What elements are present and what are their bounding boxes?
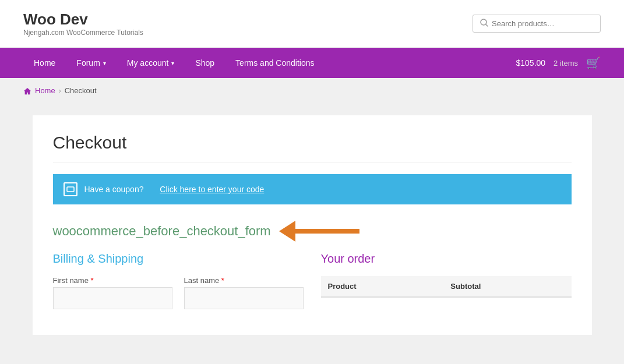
nav-label-shop: Shop xyxy=(195,58,214,68)
last-name-input[interactable] xyxy=(184,287,304,309)
content-box: Checkout Have a coupon? Click here to en… xyxy=(33,115,592,335)
nav-left: Home Forum ▾ My account ▾ Shop Terms and… xyxy=(23,48,325,78)
billing-title-amp: & xyxy=(87,252,98,265)
site-branding: Woo Dev Njengah.com WooCommerce Tutorial… xyxy=(23,10,143,37)
required-marker: * xyxy=(89,276,94,285)
breadcrumb-current: Checkout xyxy=(65,86,97,95)
coupon-text: Have a coupon? xyxy=(84,185,144,194)
name-field-row: First name * Last name * xyxy=(53,276,304,309)
nav-item-shop[interactable]: Shop xyxy=(185,48,225,78)
checkout-title: Checkout xyxy=(53,133,572,162)
first-name-label: First name * xyxy=(53,276,172,285)
billing-title-main: Billing xyxy=(53,252,87,265)
hook-label-row: woocommerce_before_checkout_form xyxy=(53,221,572,242)
billing-title-shipping: Shipping xyxy=(98,252,143,265)
order-table: Product Subtotal xyxy=(321,276,572,298)
cart-items-count: 2 items xyxy=(554,59,578,68)
nav-right: $105.00 2 items 🛒 xyxy=(516,56,601,70)
subtotal-col-header: Subtotal xyxy=(443,276,571,297)
order-column: Your order Product Subtotal xyxy=(321,252,572,317)
nav-item-forum[interactable]: Forum ▾ xyxy=(66,48,116,78)
svg-line-1 xyxy=(486,24,488,26)
order-table-header-row: Product Subtotal xyxy=(321,276,572,297)
nav-label-terms: Terms and Conditions xyxy=(235,58,314,68)
product-col-header: Product xyxy=(321,276,444,297)
first-name-group: First name * xyxy=(53,276,172,309)
coupon-link[interactable]: Click here to enter your code xyxy=(160,185,264,194)
chevron-down-icon: ▾ xyxy=(171,60,174,66)
site-tagline: Njengah.com WooCommerce Tutorials xyxy=(23,29,143,37)
breadcrumb-home-link[interactable]: Home xyxy=(35,86,55,95)
last-name-group: Last name * xyxy=(184,276,304,309)
last-name-label: Last name * xyxy=(184,276,304,285)
search-icon xyxy=(480,19,488,29)
nav-label-myaccount: My account xyxy=(127,58,169,68)
nav-label-home: Home xyxy=(34,58,55,68)
breadcrumb-separator: › xyxy=(59,87,61,95)
chevron-down-icon: ▾ xyxy=(103,60,106,66)
checkout-columns: Billing & Shipping First name * Last nam… xyxy=(53,252,572,317)
nav-item-home[interactable]: Home xyxy=(23,48,66,78)
cart-total: $105.00 xyxy=(516,58,545,68)
coupon-banner: Have a coupon? Click here to enter your … xyxy=(53,174,572,204)
breadcrumb: Home › Checkout xyxy=(0,78,624,104)
hook-label-text: woocommerce_before_checkout_form xyxy=(53,224,271,239)
billing-section-title: Billing & Shipping xyxy=(53,252,304,266)
cart-icon[interactable]: 🛒 xyxy=(586,56,601,70)
main-content: Checkout Have a coupon? Click here to en… xyxy=(0,104,624,358)
coupon-icon xyxy=(64,182,77,196)
main-nav: Home Forum ▾ My account ▾ Shop Terms and… xyxy=(0,48,624,78)
arrow-indicator xyxy=(279,221,359,242)
site-header: Woo Dev Njengah.com WooCommerce Tutorial… xyxy=(0,0,624,48)
required-marker: * xyxy=(219,276,224,285)
svg-rect-2 xyxy=(67,187,74,192)
search-input[interactable] xyxy=(492,19,593,28)
billing-column: Billing & Shipping First name * Last nam… xyxy=(53,252,304,317)
home-icon xyxy=(23,86,31,96)
order-table-head: Product Subtotal xyxy=(321,276,572,297)
site-title: Woo Dev xyxy=(23,10,143,29)
nav-item-myaccount[interactable]: My account ▾ xyxy=(117,48,185,78)
arrow-shaft xyxy=(295,229,359,234)
nav-item-terms[interactable]: Terms and Conditions xyxy=(225,48,325,78)
arrow-head-icon xyxy=(279,221,295,242)
search-box[interactable] xyxy=(473,15,601,33)
nav-label-forum: Forum xyxy=(76,58,100,68)
first-name-input[interactable] xyxy=(53,287,172,309)
order-section-title: Your order xyxy=(321,252,572,266)
